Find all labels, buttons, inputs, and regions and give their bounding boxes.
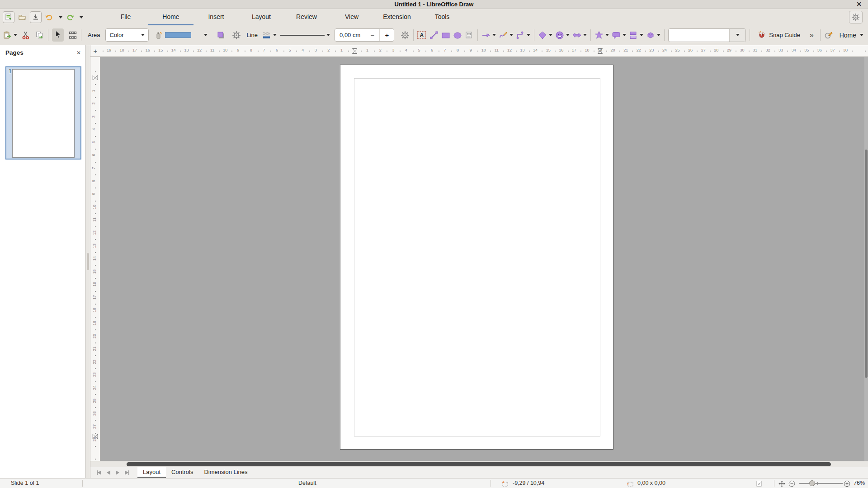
select-tool-button[interactable] <box>52 28 64 42</box>
ruler-tick <box>115 51 116 52</box>
page-thumbnail[interactable]: 1 <box>5 66 81 160</box>
snap-guide-button[interactable]: Snap Guide <box>754 29 804 42</box>
cut-button[interactable] <box>22 31 31 40</box>
line-width-decrease-button[interactable]: − <box>365 29 379 41</box>
3d-objects-button[interactable] <box>646 31 660 40</box>
connectors-button[interactable] <box>516 31 530 40</box>
menu-item-extension[interactable]: Extension <box>374 9 420 25</box>
menu-item-review[interactable]: Review <box>284 9 329 25</box>
undo-button[interactable] <box>43 11 55 23</box>
zoom-in-icon[interactable] <box>844 480 850 487</box>
block-arrows-dropdown-icon[interactable] <box>583 34 587 36</box>
document-modified-icon[interactable] <box>756 480 762 487</box>
undo-dropdown-icon[interactable] <box>59 16 62 19</box>
fit-slide-icon[interactable] <box>778 480 785 487</box>
vertical-scrollbar-thumb[interactable] <box>865 150 868 378</box>
flowchart-dropdown-icon[interactable] <box>640 34 643 36</box>
new-document-button[interactable] <box>3 11 14 23</box>
callouts-dropdown-icon[interactable] <box>623 34 626 36</box>
flowchart-button[interactable] <box>629 31 643 40</box>
insert-line-button[interactable] <box>429 31 439 40</box>
menu-item-tools[interactable]: Tools <box>420 9 465 25</box>
redo-dropdown-icon[interactable] <box>80 16 83 19</box>
lines-and-arrows-dropdown-icon[interactable] <box>492 34 496 36</box>
curve-dropdown-icon[interactable] <box>509 34 513 36</box>
layer-tab-layout[interactable]: Layout <box>137 467 166 478</box>
first-page-icon[interactable] <box>96 470 102 475</box>
line-color-dropdown-icon[interactable] <box>273 34 277 36</box>
title-bar[interactable]: Untitled 1 - LibreOffice Draw ✕ <box>0 0 868 9</box>
curve-button[interactable] <box>499 31 513 40</box>
insert-frame-button[interactable] <box>465 31 474 40</box>
zoom-slider-handle[interactable] <box>809 480 815 486</box>
zoom-out-icon[interactable] <box>788 480 795 487</box>
basic-shapes-dropdown-icon[interactable] <box>549 34 552 36</box>
area-settings-button[interactable] <box>232 31 241 40</box>
left-margin-marker[interactable] <box>352 48 357 54</box>
shape-select-dropdown-button[interactable] <box>729 29 745 42</box>
line-settings-button[interactable] <box>401 31 410 40</box>
redo-button[interactable] <box>64 11 76 23</box>
menu-item-layout[interactable]: Layout <box>239 9 284 25</box>
basic-shapes-button[interactable] <box>538 31 552 40</box>
save-button[interactable] <box>30 11 42 23</box>
stars-dropdown-icon[interactable] <box>605 34 609 36</box>
shape-select-combobox[interactable] <box>668 28 746 42</box>
toolbar-overflow-button[interactable]: » <box>810 31 814 39</box>
drawing-page[interactable] <box>340 65 613 450</box>
top-margin-marker[interactable] <box>93 75 98 80</box>
pages-panel-close-icon[interactable]: ✕ <box>76 50 81 56</box>
fill-color-button[interactable] <box>154 31 208 40</box>
page-style[interactable]: Default <box>298 480 316 486</box>
previous-page-icon[interactable] <box>106 470 111 475</box>
fill-color-dropdown-icon[interactable] <box>204 34 208 36</box>
drawing-canvas[interactable] <box>100 57 864 461</box>
block-arrows-button[interactable] <box>572 31 587 40</box>
zoom-slider-track[interactable] <box>799 483 843 484</box>
open-button[interactable] <box>16 11 28 23</box>
insert-text-box-button[interactable]: A <box>417 31 426 39</box>
shape-select-value[interactable] <box>669 29 729 42</box>
transformations-button[interactable] <box>68 31 77 40</box>
redo-icon <box>66 13 75 21</box>
symbol-shapes-button[interactable] <box>555 31 570 40</box>
horizontal-scrollbar[interactable] <box>90 461 868 467</box>
panel-splitter[interactable] <box>86 45 90 478</box>
paste-button[interactable] <box>3 31 17 40</box>
symbol-shapes-dropdown-icon[interactable] <box>566 34 570 36</box>
menu-item-home[interactable]: Home <box>148 9 193 25</box>
shadow-button[interactable] <box>217 31 226 40</box>
splitter-grip[interactable] <box>87 253 89 270</box>
stars-button[interactable] <box>594 31 609 40</box>
layer-tab-controls[interactable]: Controls <box>166 467 198 478</box>
insert-ellipse-button[interactable] <box>453 31 462 40</box>
callouts-button[interactable] <box>612 31 626 40</box>
line-color-button[interactable] <box>262 31 277 40</box>
menu-item-view[interactable]: View <box>329 9 374 25</box>
connectors-dropdown-icon[interactable] <box>527 34 530 36</box>
line-width-spinner[interactable]: 0,00 cm − + <box>335 28 394 42</box>
vertical-ruler[interactable]: 1234567891011121314151617181920212223242… <box>90 57 100 461</box>
vertical-scrollbar[interactable] <box>864 57 868 461</box>
horizontal-scrollbar-thumb[interactable] <box>127 462 831 466</box>
line-width-increase-button[interactable]: + <box>379 29 394 41</box>
menu-item-insert[interactable]: Insert <box>193 9 239 25</box>
toolbar-separator <box>664 29 665 41</box>
menu-item-file[interactable]: File <box>103 9 148 25</box>
next-page-icon[interactable] <box>115 470 120 475</box>
layer-tab-dimension-lines[interactable]: Dimension Lines <box>198 467 253 478</box>
copy-button[interactable] <box>35 31 44 40</box>
3d-objects-dropdown-icon[interactable] <box>657 34 660 36</box>
last-page-icon[interactable] <box>124 470 130 475</box>
paste-dropdown-icon[interactable] <box>14 34 17 36</box>
close-icon[interactable]: ✕ <box>856 0 862 8</box>
horizontal-ruler[interactable]: 1918171615141312111098765432112345678910… <box>100 45 868 57</box>
lines-and-arrows-button[interactable] <box>481 31 496 40</box>
insert-rectangle-button[interactable] <box>441 31 450 40</box>
notebookbar-tab-selector[interactable]: Home <box>840 32 863 39</box>
ruler-number: 36 <box>817 48 822 52</box>
menubar-settings-button[interactable] <box>849 11 863 23</box>
edit-mode-button[interactable] <box>824 31 833 40</box>
area-fill-style-select[interactable]: Color <box>105 28 149 42</box>
line-style-select[interactable] <box>280 34 330 36</box>
